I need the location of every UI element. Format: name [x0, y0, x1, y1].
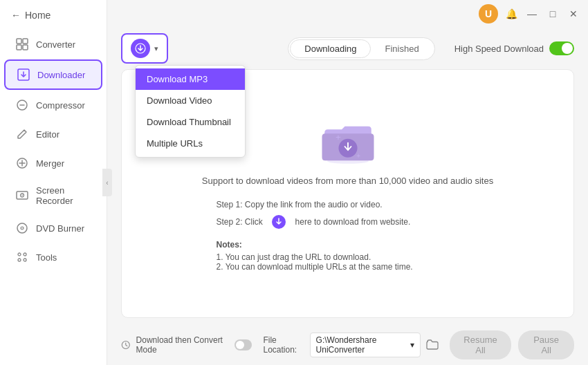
- svg-text:+: +: [356, 151, 360, 160]
- file-location-section: File Location: G:\Wondershare UniConvert…: [263, 333, 438, 357]
- merger-label: Merger: [36, 158, 64, 169]
- sidebar-item-merger[interactable]: Merger: [4, 149, 102, 177]
- resume-all-button[interactable]: Resume All: [450, 330, 511, 359]
- svg-point-13: [21, 195, 23, 196]
- downloader-label: Downloader: [37, 70, 85, 80]
- sidebar: ← Home Converter Dow: [0, 0, 107, 365]
- file-location-label: File Location:: [263, 335, 304, 355]
- bottom-bar: Download then Convert Mode File Location…: [107, 325, 588, 365]
- convert-mode-section: Download then Convert Mode: [121, 335, 252, 355]
- support-text: Support to download videos from more tha…: [202, 176, 493, 186]
- sidebar-nav: Converter Downloader Compressor: [0, 28, 107, 365]
- step1-text: Step 1: Copy the link from the audio or …: [217, 200, 479, 209]
- screen-recorder-icon: [15, 189, 29, 203]
- compressor-icon: [15, 98, 29, 112]
- dvd-burner-label: DVD Burner: [36, 223, 84, 234]
- pause-all-button[interactable]: Pause All: [518, 330, 574, 359]
- step2-text: Step 2: Click here to download from webs…: [217, 215, 479, 229]
- step2-suffix: here to download from website.: [295, 217, 411, 227]
- steps-container: Step 1: Copy the link from the audio or …: [217, 200, 479, 234]
- download-dropdown-menu: Download MP3 Download Video Download Thu…: [135, 65, 246, 158]
- sidebar-item-tools[interactable]: Tools: [4, 243, 102, 271]
- user-avatar: U: [479, 4, 498, 24]
- svg-point-18: [24, 253, 26, 256]
- dropdown-item-video[interactable]: Download Video: [136, 90, 245, 111]
- maximize-button[interactable]: □: [545, 6, 560, 21]
- svg-point-19: [18, 259, 21, 261]
- sidebar-item-converter[interactable]: Converter: [4, 30, 102, 58]
- download-icon: [131, 39, 150, 58]
- editor-icon: [15, 127, 29, 141]
- editor-label: Editor: [36, 129, 59, 140]
- tools-icon: [15, 250, 29, 264]
- compressor-label: Compressor: [36, 100, 85, 111]
- converter-label: Converter: [36, 39, 75, 50]
- high-speed-section: High Speed Download: [454, 41, 574, 55]
- high-speed-label: High Speed Download: [454, 44, 544, 54]
- svg-text:+: +: [336, 132, 341, 142]
- toolbar: ▾ Download MP3 Download Video Download T…: [107, 28, 588, 69]
- step2-icon: [272, 215, 286, 229]
- close-button[interactable]: ✕: [566, 6, 581, 21]
- dropdown-item-thumbnail[interactable]: Download Thumbnail: [136, 111, 245, 133]
- svg-rect-0: [17, 39, 21, 44]
- merger-icon: [15, 156, 29, 170]
- sidebar-item-editor[interactable]: Editor: [4, 120, 102, 148]
- convert-mode-toggle[interactable]: [235, 339, 252, 350]
- sidebar-item-screen-recorder[interactable]: Screen Recorder: [4, 178, 102, 213]
- back-arrow-icon: ←: [11, 10, 21, 21]
- svg-rect-1: [23, 39, 28, 44]
- clock-icon: [121, 339, 131, 350]
- converter-icon: [15, 37, 29, 51]
- sidebar-collapse-button[interactable]: ‹: [102, 169, 112, 196]
- download-dropdown-button[interactable]: ▾: [121, 33, 168, 64]
- tab-finished[interactable]: Finished: [371, 40, 432, 57]
- note2: 2. You can download multiple URLs at the…: [217, 262, 479, 272]
- sidebar-item-downloader[interactable]: Downloader: [4, 59, 102, 90]
- dvd-burner-icon: [15, 221, 29, 235]
- title-bar: U 🔔 — □ ✕: [107, 0, 588, 28]
- file-path-dropdown-arrow: ▾: [410, 340, 414, 350]
- high-speed-toggle[interactable]: [549, 41, 574, 55]
- sidebar-item-dvd-burner[interactable]: DVD Burner: [4, 214, 102, 242]
- svg-point-17: [18, 253, 21, 256]
- folder-illustration: + +: [317, 116, 379, 165]
- home-label: Home: [25, 10, 50, 21]
- back-home-button[interactable]: ← Home: [0, 0, 107, 28]
- convert-mode-label: Download then Convert Mode: [136, 335, 229, 355]
- tab-downloading[interactable]: Downloading: [290, 39, 371, 58]
- bottom-actions: Resume All Pause All: [450, 330, 574, 359]
- notification-bell-icon[interactable]: 🔔: [504, 6, 519, 21]
- svg-point-16: [22, 228, 23, 229]
- svg-point-20: [24, 259, 26, 261]
- dropdown-arrow-icon: ▾: [154, 44, 158, 53]
- step2-prefix: Step 2: Click: [217, 217, 263, 227]
- notes-container: Notes: 1. You can just drag the URL to d…: [217, 240, 479, 272]
- note1: 1. You can just drag the URL to download…: [217, 252, 479, 262]
- folder-open-icon[interactable]: [426, 339, 439, 352]
- main-area: U 🔔 — □ ✕ ▾ Download MP3 Download Video: [107, 0, 588, 365]
- minimize-button[interactable]: —: [524, 6, 540, 21]
- file-path-display[interactable]: G:\Wondershare UniConverter ▾: [310, 333, 421, 357]
- dropdown-item-mp3[interactable]: Download MP3: [136, 68, 245, 90]
- file-path-text: G:\Wondershare UniConverter: [316, 335, 407, 355]
- screen-recorder-label: Screen Recorder: [36, 185, 91, 206]
- tools-label: Tools: [36, 252, 57, 263]
- svg-rect-2: [17, 45, 21, 50]
- sidebar-item-compressor[interactable]: Compressor: [4, 91, 102, 119]
- downloader-icon: [17, 68, 30, 82]
- dropdown-item-multiple-urls[interactable]: Multiple URLs: [136, 133, 245, 154]
- svg-rect-3: [23, 45, 28, 50]
- download-tabs: Downloading Finished: [288, 37, 434, 60]
- notes-title: Notes:: [217, 240, 479, 250]
